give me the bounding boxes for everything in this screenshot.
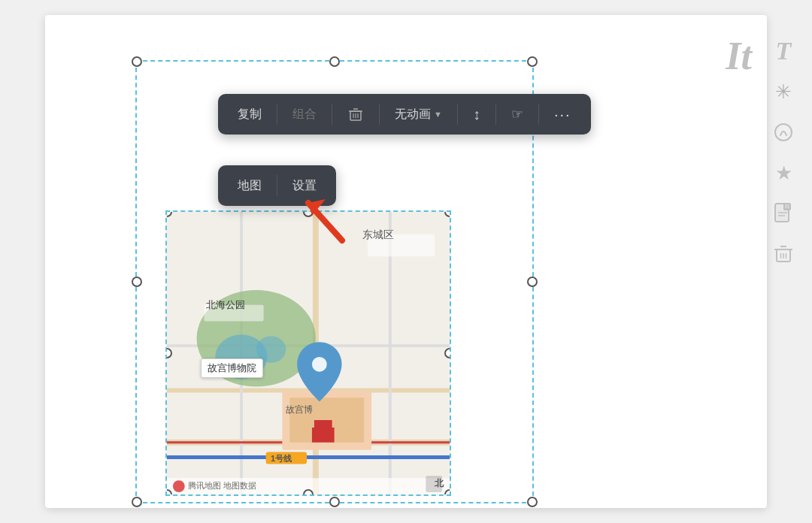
- star-icon[interactable]: ★: [770, 159, 797, 186]
- handle-tm[interactable]: [329, 56, 340, 67]
- document-icon[interactable]: [770, 200, 797, 227]
- page-area: 东城区 北海公园 故宫博 故宫博物院 1号线 腾讯地图 地图数据 北 ↻: [45, 15, 767, 508]
- handle-bl[interactable]: [132, 497, 142, 507]
- map-tab-button[interactable]: 地图: [224, 165, 275, 206]
- delete-button[interactable]: [334, 94, 377, 135]
- group-button[interactable]: 组合: [279, 94, 330, 135]
- divider-6: [538, 104, 539, 125]
- svg-point-22: [173, 480, 185, 492]
- more-button[interactable]: ···: [541, 94, 585, 135]
- divider-3: [379, 104, 380, 125]
- poi-popup: 故宫博物院: [201, 358, 263, 378]
- it-display-text: It: [726, 34, 752, 78]
- park-label: 北海公园: [206, 298, 245, 312]
- divider-4: [457, 104, 458, 125]
- divider-1: [277, 104, 277, 125]
- map-handle-mr[interactable]: [444, 348, 451, 358]
- svg-rect-14: [312, 428, 335, 443]
- handle-ml[interactable]: [132, 277, 142, 287]
- text-icon[interactable]: T: [770, 38, 797, 65]
- handle-tl[interactable]: [132, 56, 142, 67]
- canvas-area: 东城区 北海公园 故宫博 故宫博物院 1号线 腾讯地图 地图数据 北 ↻: [0, 0, 812, 523]
- sort-button[interactable]: ↕: [459, 94, 494, 135]
- map-handle-br[interactable]: [444, 489, 451, 496]
- handle-br[interactable]: [527, 497, 538, 507]
- handle-mr[interactable]: [527, 277, 538, 287]
- copyright-label: 腾讯地图 地图数据: [188, 480, 256, 491]
- interaction-button[interactable]: ☞: [498, 94, 537, 135]
- metro-label: 1号线: [271, 453, 292, 464]
- asterisk-icon[interactable]: ✳: [770, 78, 797, 105]
- palace-label: 故宫博: [286, 404, 313, 416]
- animation-button[interactable]: 无动画 ▼: [381, 94, 456, 135]
- divider-5: [495, 104, 496, 125]
- sub-divider: [277, 175, 277, 196]
- toolbar: 复制 组合 无动画 ▼ ↕: [218, 94, 591, 135]
- dropdown-arrow-icon: ▼: [434, 110, 442, 119]
- arrow-pointer: [289, 184, 357, 255]
- edit-icon[interactable]: [770, 119, 797, 146]
- svg-point-19: [312, 357, 327, 372]
- map-handle-bm[interactable]: [303, 489, 314, 496]
- trash-icon: [347, 106, 364, 122]
- trash-sidebar-icon[interactable]: [770, 240, 797, 268]
- copy-button[interactable]: 复制: [224, 94, 275, 135]
- handle-bm[interactable]: [329, 497, 340, 507]
- handle-tr[interactable]: [527, 56, 538, 67]
- district-label: 东城区: [362, 228, 394, 242]
- north-label: 北: [435, 477, 444, 490]
- right-sidebar: T ✳ ★: [770, 38, 797, 268]
- svg-rect-15: [314, 420, 332, 429]
- divider-2: [332, 104, 332, 125]
